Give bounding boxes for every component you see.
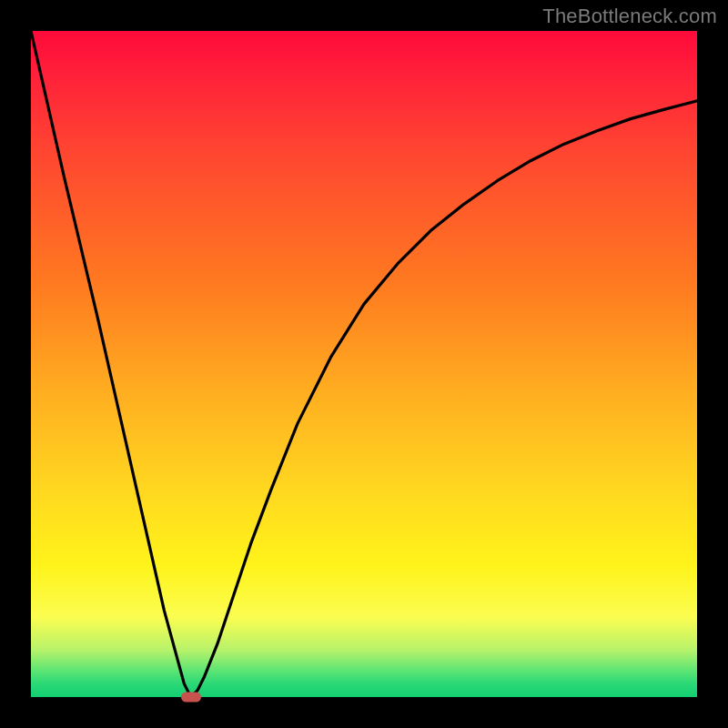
- bottleneck-curve: [31, 31, 697, 697]
- watermark-text: TheBottleneck.com: [542, 5, 717, 28]
- plot-area: [31, 31, 697, 697]
- optimal-point-marker: [181, 693, 201, 703]
- chart-frame: TheBottleneck.com: [0, 0, 728, 728]
